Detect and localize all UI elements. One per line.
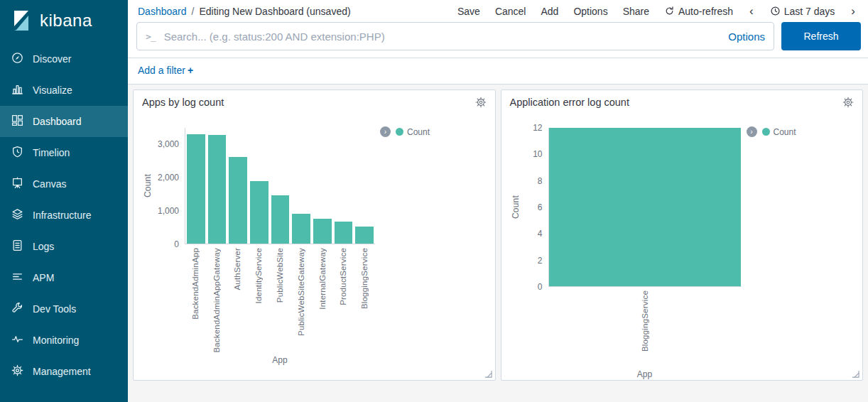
add-filter-link[interactable]: Add a filter+	[138, 65, 193, 76]
time-range-previous-button[interactable]: ‹	[748, 5, 755, 17]
sidebar-item-label: Dashboard	[33, 116, 82, 127]
sidebar-item-apm[interactable]: APM	[0, 262, 128, 293]
sidebar-item-visualize[interactable]: Visualize	[0, 75, 128, 106]
bar-slot	[333, 128, 354, 244]
bar[interactable]	[271, 195, 290, 244]
y-axis-ticks: 01,0002,0003,000	[153, 128, 185, 244]
sidebar-item-monitoring[interactable]: Monitoring	[0, 325, 128, 356]
bar[interactable]	[187, 134, 205, 244]
panel-resize-handle[interactable]	[852, 370, 859, 378]
x-axis-title: App	[548, 369, 742, 379]
sidebar-item-dashboard[interactable]: Dashboard	[0, 106, 128, 137]
bar[interactable]	[313, 219, 332, 244]
x-category-label[interactable]: BloggingService	[354, 244, 375, 352]
time-range-button[interactable]: Last 7 days	[770, 6, 835, 17]
x-category-label[interactable]: BackendAdminApp	[185, 244, 206, 352]
sidebar-item-logs[interactable]: Logs	[0, 231, 128, 262]
sidebar-item-discover[interactable]: Discover	[0, 43, 128, 75]
legend: ›Count	[380, 126, 430, 137]
x-category-label-text: BloggingService	[641, 290, 649, 352]
plot-area	[185, 128, 375, 244]
kibana-wordmark: kibana	[40, 11, 92, 31]
breadcrumb-dashboard-link[interactable]: Dashboard	[138, 6, 187, 17]
add-button[interactable]: Add	[541, 6, 558, 17]
legend-label: Count	[774, 127, 796, 137]
y-tick-label: 6	[538, 202, 543, 212]
x-category-label-text: ProductService	[339, 248, 347, 305]
top-navigation-bar: Dashboard / Editing New Dashboard (unsav…	[128, 0, 868, 20]
sidebar-item-label: Infrastructure	[33, 210, 91, 221]
y-axis-title-text: Count	[143, 174, 153, 197]
search-bar-row: >_ Options Refresh	[128, 20, 868, 58]
sidebar-item-dev-tools[interactable]: Dev Tools	[0, 293, 128, 325]
x-axis-labels: BloggingService	[548, 287, 855, 366]
bar-slot	[291, 128, 312, 244]
x-category-label[interactable]: IdentityService	[248, 244, 269, 352]
pulse-icon	[11, 333, 23, 347]
legend: ›Count	[747, 126, 796, 137]
sidebar-item-label: APM	[33, 272, 54, 283]
filter-bar: Add a filter+	[128, 58, 868, 85]
compass-icon	[11, 52, 23, 66]
bar[interactable]	[250, 181, 268, 244]
bar[interactable]	[335, 222, 353, 244]
sidebar: kibana Discover Visualize Dashboard Time…	[0, 0, 128, 402]
x-category-label-text: PublicWebSite	[276, 248, 284, 303]
bar[interactable]	[549, 128, 741, 286]
bar[interactable]	[229, 157, 247, 244]
plus-icon: +	[188, 65, 193, 76]
panel-options-gear-icon[interactable]	[842, 97, 854, 108]
bar[interactable]	[292, 214, 310, 244]
x-category-label[interactable]: BloggingService	[548, 287, 742, 366]
search-box: >_ Options	[136, 22, 774, 50]
y-tick-label: 8	[538, 176, 543, 186]
easel-icon	[11, 177, 23, 191]
y-tick-label: 2,000	[158, 173, 179, 183]
panel-resize-handle[interactable]	[484, 370, 492, 378]
sidebar-item-management[interactable]: Management	[0, 356, 128, 387]
search-options-link[interactable]: Options	[728, 31, 765, 43]
dashboard-panel-application-error-log-count: Application error log count Count0246810…	[501, 89, 864, 381]
bar-slot	[312, 128, 333, 244]
refresh-button[interactable]: Refresh	[781, 22, 861, 50]
panel-options-gear-icon[interactable]	[475, 97, 487, 108]
bar[interactable]	[208, 135, 227, 244]
y-tick-label: 12	[533, 123, 542, 133]
x-category-label[interactable]: PublicWebSite	[269, 244, 291, 352]
bar-slot	[207, 128, 228, 244]
x-category-label[interactable]: ProductService	[332, 244, 354, 352]
legend-color-dot	[396, 128, 403, 136]
auto-refresh-button[interactable]: Auto-refresh	[664, 6, 733, 17]
y-axis-title-text: Count	[511, 195, 521, 219]
y-tick-label: 0	[538, 282, 543, 292]
legend-item[interactable]: Count	[396, 127, 430, 137]
search-input[interactable]	[163, 30, 722, 43]
y-axis-ticks: 024681012	[521, 128, 548, 287]
bar[interactable]	[355, 227, 374, 244]
sidebar-item-infrastructure[interactable]: Infrastructure	[0, 200, 128, 231]
x-category-label[interactable]: InternalGateway	[312, 244, 333, 352]
save-button[interactable]: Save	[457, 6, 480, 17]
x-category-label[interactable]: PublicWebSiteGateway	[291, 244, 312, 352]
sidebar-item-timelion[interactable]: Timelion	[0, 137, 128, 168]
x-category-label-text: InternalGateway	[318, 248, 327, 310]
share-button[interactable]: Share	[623, 6, 649, 17]
time-range-next-button[interactable]: ›	[850, 5, 857, 17]
cancel-button[interactable]: Cancel	[495, 6, 526, 17]
x-category-label[interactable]: AuthServer	[227, 244, 249, 352]
breadcrumb: Dashboard / Editing New Dashboard (unsav…	[138, 6, 351, 17]
x-category-label-text: BackendAdminAppGateway	[212, 248, 221, 353]
options-button[interactable]: Options	[573, 6, 607, 17]
legend-toggle-icon[interactable]: ›	[380, 126, 391, 137]
panel-header: Apps by log count	[142, 97, 487, 108]
bar-chart-application-error-log-count: Count024681012›CountBloggingServiceApp	[510, 128, 855, 379]
sidebar-item-canvas[interactable]: Canvas	[0, 168, 128, 200]
main-content: Dashboard / Editing New Dashboard (unsav…	[128, 0, 868, 402]
legend-item[interactable]: Count	[762, 127, 796, 137]
kibana-logo[interactable]: kibana	[0, 0, 128, 43]
x-category-label-text: IdentityService	[254, 248, 263, 303]
gear-icon	[11, 364, 23, 379]
legend-toggle-icon[interactable]: ›	[747, 126, 757, 137]
bar-slot	[354, 128, 375, 244]
x-category-label[interactable]: BackendAdminAppGateway	[206, 244, 227, 352]
